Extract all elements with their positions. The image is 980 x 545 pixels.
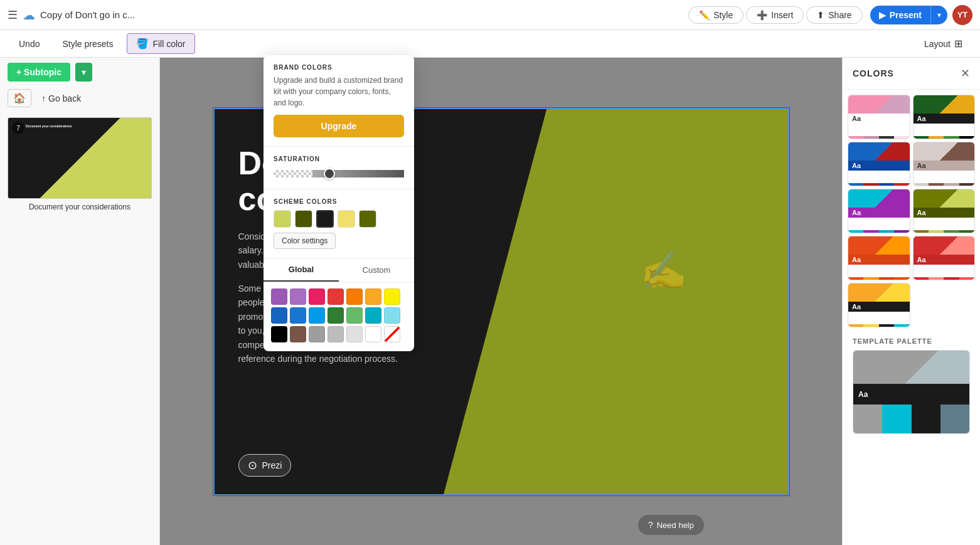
main-area: + Subtopic ▾ 🏠 ↑ Go back 7 Document your… bbox=[0, 58, 980, 545]
template-palette-preview[interactable]: Aa bbox=[853, 350, 970, 434]
canvas-area[interactable]: Docuconsi Consider csalary. Creavaluable… bbox=[160, 58, 842, 545]
swatch-purple[interactable] bbox=[271, 288, 287, 305]
share-icon: ⬆ bbox=[817, 10, 824, 20]
template-palette-label: TEMPLATE PALETTE bbox=[853, 337, 970, 345]
layout-btn[interactable]: Layout ⊞ bbox=[917, 34, 970, 53]
color-row-2 bbox=[271, 307, 407, 324]
color-row-1 bbox=[271, 288, 407, 305]
swatch-red[interactable] bbox=[328, 288, 344, 305]
swatch-blue[interactable] bbox=[290, 307, 306, 324]
swatch-lime[interactable] bbox=[384, 288, 400, 305]
colors-panel-header: COLORS ✕ bbox=[843, 58, 980, 90]
theme-dark-green[interactable]: Aa bbox=[913, 95, 976, 139]
swatch-brown[interactable] bbox=[290, 326, 306, 342]
brand-colors-section: BRAND COLORS Upgrade and build a customi… bbox=[264, 58, 414, 147]
swatch-gray[interactable] bbox=[309, 326, 325, 342]
color-themes-grid: Aa Aa bbox=[843, 90, 980, 332]
theme-pink[interactable]: Aa bbox=[848, 95, 910, 139]
swatch-green[interactable] bbox=[346, 307, 363, 324]
swatch-teal[interactable] bbox=[365, 307, 381, 324]
subtopic-btn[interactable]: + Subtopic bbox=[8, 63, 70, 82]
go-back-icon: ↑ bbox=[41, 93, 46, 103]
color-row-3 bbox=[271, 326, 407, 342]
close-colors-btn[interactable]: ✕ bbox=[961, 66, 970, 80]
insert-icon: ➕ bbox=[757, 10, 767, 20]
swatch-pink[interactable] bbox=[309, 288, 325, 305]
style-nav-btn[interactable]: ✏️ Style bbox=[688, 6, 743, 24]
style-presets-btn[interactable]: Style presets bbox=[53, 35, 122, 53]
canvas-logo: ⊙ Prezi bbox=[238, 454, 292, 477]
present-btn[interactable]: ▶ Present ▾ bbox=[870, 6, 947, 24]
scheme-colors-label: SCHEME COLORS bbox=[274, 198, 404, 205]
swatch-dark-green[interactable] bbox=[328, 307, 344, 324]
play-icon: ▶ bbox=[879, 10, 886, 20]
tab-global[interactable]: Global bbox=[264, 258, 339, 282]
top-bar-left: ☰ ☁ Copy of Don't go in c... bbox=[8, 8, 681, 23]
scheme-color-4[interactable] bbox=[338, 210, 355, 228]
scheme-color-5[interactable] bbox=[359, 210, 376, 228]
fill-color-popup: BRAND COLORS Upgrade and build a customi… bbox=[264, 58, 414, 351]
tab-custom[interactable]: Custom bbox=[339, 258, 414, 282]
top-bar-right: ▶ Present ▾ YT bbox=[870, 5, 972, 25]
insert-nav-btn[interactable]: ➕ Insert bbox=[746, 6, 804, 24]
top-bar: ☰ ☁ Copy of Don't go in c... ✏️ Style ➕ … bbox=[0, 0, 980, 30]
swatch-gray-lighter[interactable] bbox=[346, 326, 363, 342]
swatch-transparent[interactable] bbox=[384, 326, 400, 342]
theme-blue-red[interactable]: Aa bbox=[848, 142, 910, 186]
slide-thumb-container: 7 Document your considerations Document … bbox=[0, 110, 159, 545]
slide-number: 7 bbox=[12, 122, 24, 134]
avatar[interactable]: YT bbox=[952, 5, 972, 25]
cloud-icon: ☁ bbox=[23, 8, 35, 23]
undo-btn[interactable]: Undo bbox=[10, 35, 48, 53]
color-palette bbox=[264, 282, 414, 351]
left-sidebar: + Subtopic ▾ 🏠 ↑ Go back 7 Document your… bbox=[0, 58, 160, 545]
sidebar-top: + Subtopic ▾ bbox=[0, 58, 159, 87]
layout-icon: ⊞ bbox=[954, 38, 962, 50]
prezi-icon: ⊙ bbox=[248, 458, 257, 472]
fill-bucket-icon: 🪣 bbox=[136, 38, 149, 50]
slide-thumbnail[interactable]: 7 Document your considerations bbox=[8, 117, 152, 199]
theme-yellow[interactable]: Aa bbox=[848, 283, 910, 327]
template-palette-section: TEMPLATE PALETTE Aa bbox=[843, 332, 980, 439]
color-settings-btn[interactable]: Color settings bbox=[274, 233, 336, 249]
subtopic-caret[interactable]: ▾ bbox=[75, 63, 92, 82]
slide-thumb-label: Document your considerations bbox=[8, 199, 152, 215]
saturation-slider[interactable] bbox=[274, 167, 404, 180]
toolbar: Undo Style presets 🪣 Fill color Layout ⊞ bbox=[0, 30, 980, 58]
scheme-color-1[interactable] bbox=[274, 210, 291, 228]
go-back-btn[interactable]: ↑ Go back bbox=[36, 91, 86, 106]
scheme-color-3[interactable] bbox=[316, 210, 334, 228]
scheme-color-2[interactable] bbox=[295, 210, 312, 228]
canvas-image: ✍ bbox=[557, 139, 770, 403]
saturation-section: SATURATION bbox=[264, 147, 414, 189]
swatch-orange[interactable] bbox=[346, 288, 363, 305]
theme-orange[interactable]: Aa bbox=[848, 236, 910, 280]
theme-red-pink[interactable]: Aa bbox=[913, 236, 976, 280]
color-tabs: Global Custom bbox=[264, 258, 414, 282]
colors-panel-title: COLORS bbox=[853, 68, 894, 78]
scheme-colors-section: SCHEME COLORS Color settings bbox=[264, 189, 414, 258]
colors-panel: COLORS ✕ Aa Aa bbox=[842, 58, 980, 545]
swatch-black[interactable] bbox=[271, 326, 287, 342]
hamburger-icon[interactable]: ☰ bbox=[8, 8, 18, 22]
swatch-dark-blue[interactable] bbox=[271, 307, 287, 324]
theme-teal-purple[interactable]: Aa bbox=[848, 189, 910, 233]
swatch-white[interactable] bbox=[365, 326, 381, 342]
swatch-purple-light[interactable] bbox=[290, 288, 306, 305]
home-icon-btn[interactable]: 🏠 bbox=[8, 89, 31, 107]
upgrade-btn[interactable]: Upgrade bbox=[274, 115, 404, 137]
swatch-yellow[interactable] bbox=[365, 288, 381, 305]
saturation-thumb[interactable] bbox=[324, 168, 335, 179]
brand-colors-text: Upgrade and build a customized brand kit… bbox=[274, 75, 404, 108]
share-nav-btn[interactable]: ⬆ Share bbox=[806, 6, 862, 24]
help-icon: ? bbox=[648, 520, 653, 530]
swatch-light-blue[interactable] bbox=[309, 307, 325, 324]
theme-beige[interactable]: Aa bbox=[913, 142, 976, 186]
fill-color-btn[interactable]: 🪣 Fill color bbox=[127, 33, 194, 54]
theme-olive-green[interactable]: Aa bbox=[913, 189, 976, 233]
swatch-light-cyan[interactable] bbox=[384, 307, 400, 324]
need-help-btn[interactable]: ? Need help bbox=[638, 515, 704, 535]
present-dropdown-icon[interactable]: ▾ bbox=[931, 6, 947, 24]
style-icon: ✏️ bbox=[699, 10, 710, 20]
swatch-gray-light[interactable] bbox=[328, 326, 344, 342]
